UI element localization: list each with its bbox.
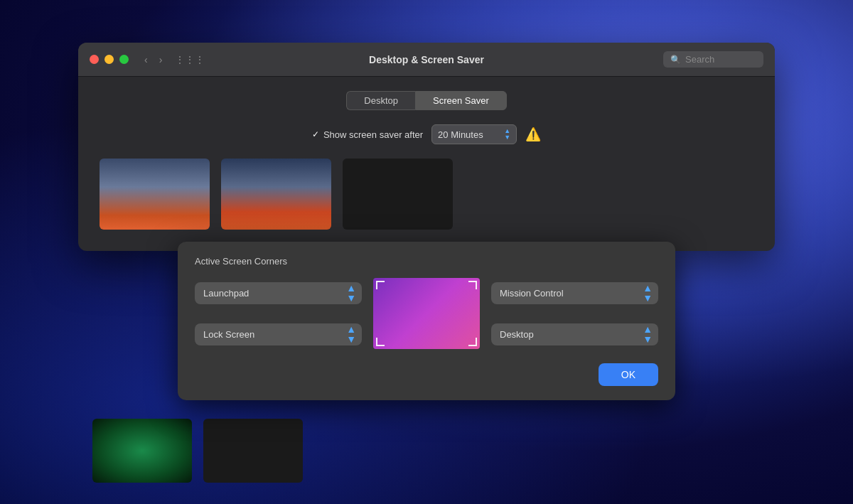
grid-icon[interactable]: ⋮⋮⋮: [175, 54, 205, 65]
show-after-text: Show screen saver after: [323, 129, 423, 140]
ok-button[interactable]: OK: [599, 363, 658, 386]
dialog-overlay: Active Screen Corners Launchpad Mission …: [0, 242, 853, 400]
close-button[interactable]: [90, 55, 99, 64]
thumbnails-row: [100, 159, 753, 230]
corner-marker-tl: [376, 281, 385, 289]
tab-desktop[interactable]: Desktop: [346, 91, 415, 110]
corner-marker-tr: [468, 281, 477, 289]
duration-value: 20 Minutes: [438, 129, 483, 140]
thumbnail-1[interactable]: [100, 159, 210, 230]
minimize-button[interactable]: [104, 55, 114, 64]
dialog-title: Active Screen Corners: [195, 256, 658, 267]
window-content: Desktop Screen Saver ✓ Show screen saver…: [78, 77, 775, 251]
warning-icon: ⚠️: [525, 127, 541, 142]
forward-arrow[interactable]: ›: [155, 53, 167, 67]
duration-stepper[interactable]: ▲ ▼: [504, 128, 510, 141]
preview-center: [373, 278, 480, 349]
show-after-label[interactable]: ✓ Show screen saver after: [312, 129, 423, 140]
bottom-right-corner-wrapper[interactable]: Desktop Launchpad Mission Control Lock S…: [491, 323, 658, 345]
search-input[interactable]: [685, 54, 756, 65]
top-left-corner-wrapper[interactable]: Launchpad Mission Control Application Wi…: [195, 282, 362, 304]
bottom-thumbnail-2[interactable]: [203, 419, 303, 483]
top-right-corner-wrapper[interactable]: Mission Control Launchpad Application Wi…: [491, 282, 658, 304]
nav-arrows: ‹ ›: [140, 53, 166, 67]
settings-row: ✓ Show screen saver after 20 Minutes ▲ ▼…: [100, 124, 753, 144]
main-window: ‹ › ⋮⋮⋮ Desktop & Screen Saver 🔍 Desktop…: [78, 43, 775, 251]
bottom-thumbnails: [92, 419, 303, 483]
thumbnail-3[interactable]: [343, 159, 453, 230]
search-bar[interactable]: 🔍: [663, 51, 763, 68]
back-arrow[interactable]: ‹: [140, 53, 152, 67]
bottom-left-select[interactable]: Lock Screen Launchpad Mission Control De…: [195, 323, 362, 345]
title-bar: ‹ › ⋮⋮⋮ Desktop & Screen Saver 🔍: [78, 43, 775, 77]
tab-screen-saver[interactable]: Screen Saver: [415, 91, 507, 110]
bottom-right-select[interactable]: Desktop Launchpad Mission Control Lock S…: [491, 323, 658, 345]
corner-marker-bl: [376, 338, 385, 346]
bottom-left-corner-wrapper[interactable]: Lock Screen Launchpad Mission Control De…: [195, 323, 362, 345]
dialog-footer: OK: [195, 363, 658, 386]
window-controls: [90, 55, 129, 64]
top-right-select[interactable]: Mission Control Launchpad Application Wi…: [491, 282, 658, 304]
corner-marker-br: [468, 338, 477, 346]
active-screen-corners-dialog: Active Screen Corners Launchpad Mission …: [178, 242, 675, 400]
bottom-thumbnail-1[interactable]: [92, 419, 192, 483]
thumbnail-2[interactable]: [221, 159, 331, 230]
preview-image: [373, 278, 480, 349]
window-title: Desktop & Screen Saver: [369, 54, 484, 65]
top-left-select[interactable]: Launchpad Mission Control Application Wi…: [195, 282, 362, 304]
checkbox-check-icon: ✓: [312, 129, 319, 139]
tabs-row: Desktop Screen Saver: [100, 91, 753, 110]
duration-select[interactable]: 20 Minutes ▲ ▼: [431, 124, 517, 144]
maximize-button[interactable]: [119, 55, 129, 64]
corners-layout: Launchpad Mission Control Application Wi…: [195, 278, 658, 349]
search-icon: 🔍: [670, 55, 681, 65]
